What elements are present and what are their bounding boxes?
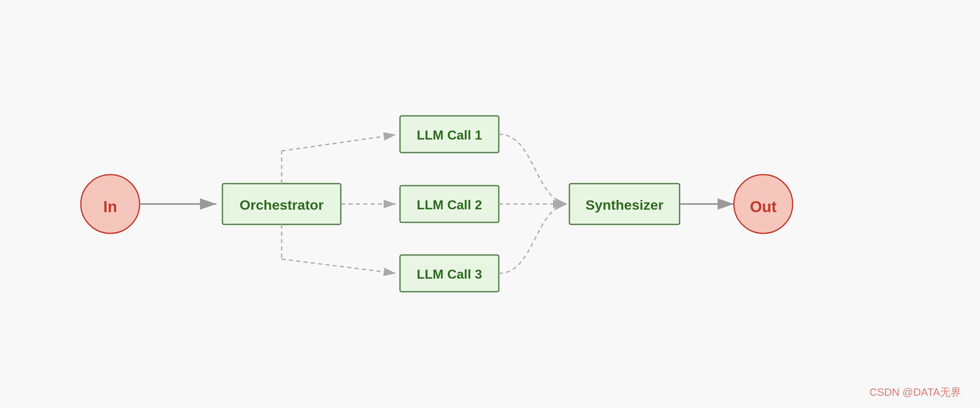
llm3-node-label: LLM Call 3 — [417, 267, 482, 282]
arrow-llm1-synth — [499, 134, 567, 204]
llm1-node-label: LLM Call 1 — [417, 128, 482, 142]
diagram-svg: In Orchestrator LLM Call 1 LLM Call 2 LL… — [0, 0, 980, 408]
llm2-node-label: LLM Call 2 — [417, 197, 482, 212]
watermark-text: CSDN @DATA无界 — [869, 386, 961, 398]
arrow-llm3-synth — [499, 204, 567, 273]
arrow-orch-llm3-h — [282, 259, 396, 273]
synthesizer-node-label: Synthesizer — [586, 197, 664, 213]
out-node-label: Out — [750, 198, 777, 215]
arrow-orch-llm1-h — [282, 135, 396, 151]
orchestrator-node-label: Orchestrator — [240, 197, 324, 213]
in-node-label: In — [103, 198, 117, 215]
diagram-container: In Orchestrator LLM Call 1 LLM Call 2 LL… — [0, 0, 980, 408]
